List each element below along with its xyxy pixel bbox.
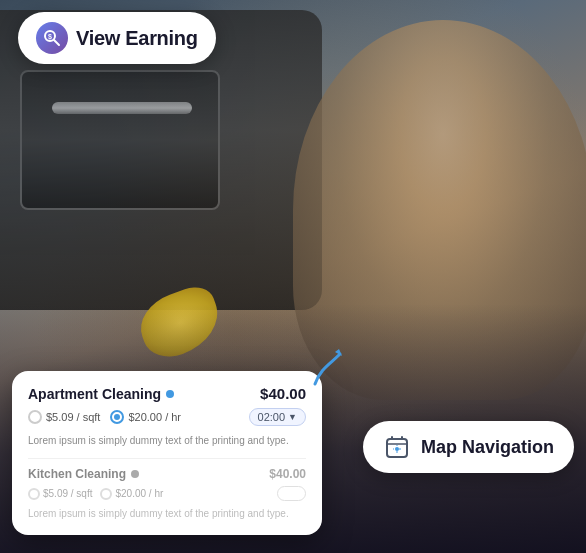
map-navigation-label: Map Navigation [421,437,554,458]
arrow-decoration [295,344,345,398]
oven-handle [52,102,192,114]
service2-option2[interactable]: $20.00 / hr [100,488,163,500]
svg-point-4 [395,447,399,451]
service2-radio2[interactable] [100,488,112,500]
card-divider [28,458,306,459]
service2-status-dot [131,470,139,478]
map-icon [383,433,411,461]
service1-description: Lorem ipsum is simply dummy text of the … [28,434,306,448]
oven-door [20,70,220,210]
svg-line-1 [54,40,59,45]
service1-option1[interactable]: $5.09 / sqft [28,410,100,424]
earning-icon: $ [36,22,68,54]
service1-title: Apartment Cleaning [28,386,174,402]
service2-title: Kitchen Cleaning [28,467,139,481]
service1-radio2[interactable] [110,410,124,424]
service2-options: $5.09 / sqft $20.00 / hr [28,486,306,501]
service-card: Apartment Cleaning $40.00 $5.09 / sqft $… [12,371,322,535]
service1-options: $5.09 / sqft $20.00 / hr 02:00 ▼ [28,408,306,426]
service1-option2[interactable]: $20.00 / hr [110,410,181,424]
service1-time-badge[interactable]: 02:00 ▼ [249,408,306,426]
service2-header: Kitchen Cleaning $40.00 [28,467,306,481]
view-earning-label: View Earning [76,27,198,50]
service1-status-dot [166,390,174,398]
map-navigation-button[interactable]: Map Navigation [363,421,574,473]
service2-price: $40.00 [269,467,306,481]
service1-radio1[interactable] [28,410,42,424]
service2-description: Lorem ipsum is simply dummy text of the … [28,507,306,521]
service2-radio1[interactable] [28,488,40,500]
svg-text:$: $ [48,33,52,41]
service1-header: Apartment Cleaning $40.00 [28,385,306,402]
service2-option1[interactable]: $5.09 / sqft [28,488,92,500]
service2-time-badge[interactable] [277,486,306,501]
view-earning-button[interactable]: $ View Earning [18,12,216,64]
